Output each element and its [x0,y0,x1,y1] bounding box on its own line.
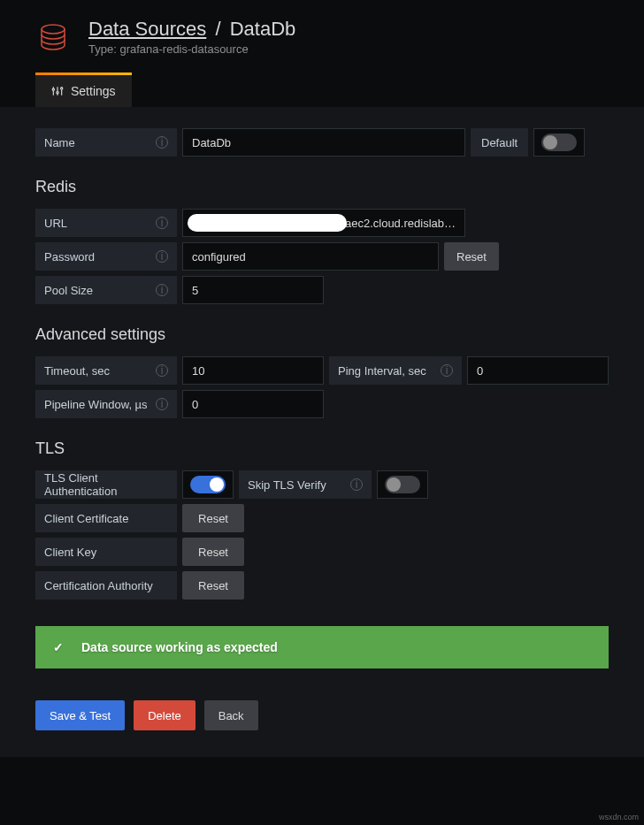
client-key-label: Client Key [35,538,177,566]
info-icon[interactable]: i [156,217,168,229]
name-input[interactable] [182,128,465,157]
svg-point-4 [57,92,58,94]
tls-auth-label: TLS Client Authentication [35,470,177,499]
password-label: Password i [35,242,177,271]
ca-reset-button[interactable]: Reset [182,571,244,600]
sliders-icon [51,85,64,97]
ping-input[interactable] [467,356,609,385]
client-key-reset-button[interactable]: Reset [182,538,244,566]
info-icon[interactable]: i [441,364,453,377]
skip-verify-toggle[interactable] [377,470,428,499]
tab-settings[interactable]: Settings [35,73,132,107]
svg-point-0 [42,25,65,34]
info-icon[interactable]: i [156,398,168,410]
redis-logo-icon [35,19,71,55]
delete-button[interactable]: Delete [134,700,196,730]
info-icon[interactable]: i [350,478,363,491]
skip-verify-label: Skip TLS Verify i [239,470,372,499]
back-button[interactable]: Back [204,700,258,730]
info-icon[interactable]: i [156,250,168,263]
timeout-input[interactable] [182,356,324,385]
info-icon[interactable]: i [156,284,168,296]
pipeline-label: Pipeline Window, µs i [35,390,177,418]
section-tls: TLS [35,439,609,458]
pipeline-input[interactable] [182,390,324,418]
pool-label: Pool Size i [35,276,177,304]
type-label: Type: grafana-redis-datasource [88,42,295,56]
default-toggle[interactable] [533,128,585,157]
svg-point-6 [61,88,63,89]
password-input[interactable] [182,242,439,271]
client-cert-reset-button[interactable]: Reset [182,504,244,532]
check-icon: ✓ [53,640,69,654]
alert-text: Data source working as expected [81,640,278,654]
name-label: Name i [35,128,177,157]
svg-point-2 [52,88,54,90]
redacted-overlay [188,214,347,232]
breadcrumb-current: DataDb [230,18,296,40]
breadcrumb: Data Sources / DataDb [88,18,295,41]
pool-input[interactable] [182,276,324,304]
status-alert: ✓ Data source working as expected [35,626,609,668]
credit-text: wsxdn.com [599,813,639,821]
ping-label: Ping Interval, sec i [329,356,462,385]
default-label: Default [471,128,528,157]
info-icon[interactable]: i [156,136,168,149]
breadcrumb-parent-link[interactable]: Data Sources [88,18,206,40]
breadcrumb-sep: / [215,18,220,40]
tab-settings-label: Settings [71,84,116,98]
timeout-label: Timeout, sec i [35,356,177,385]
password-reset-button[interactable]: Reset [444,242,499,271]
tls-auth-toggle[interactable] [182,470,234,499]
section-advanced: Advanced settings [35,325,609,344]
url-label: URL i [35,209,177,237]
save-test-button[interactable]: Save & Test [35,700,125,730]
info-icon[interactable]: i [156,364,168,377]
ca-label: Certification Authority [35,571,177,600]
section-redis: Redis [35,178,609,196]
client-cert-label: Client Certificate [35,504,177,532]
